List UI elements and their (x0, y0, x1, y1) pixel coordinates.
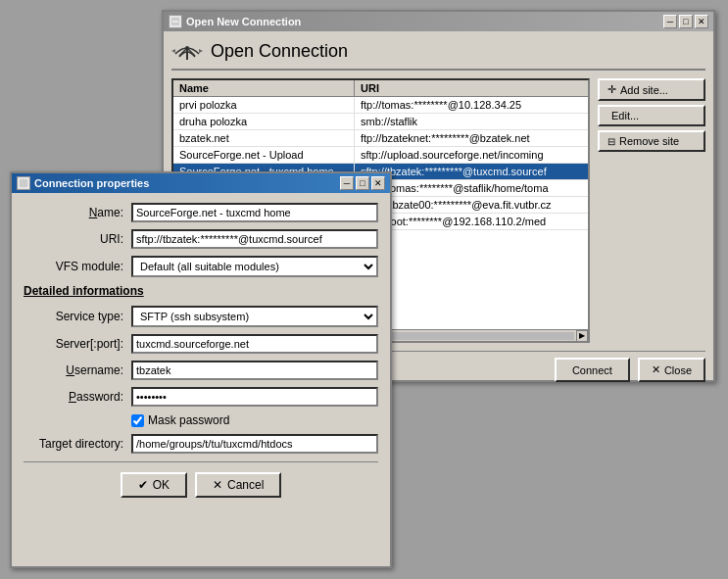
main-window-title: Open New Connection (186, 16, 301, 27)
dialog-window-icon (17, 176, 30, 190)
add-icon: ✛ (607, 83, 616, 96)
col-name: Name (173, 80, 355, 96)
connect-button[interactable]: Connect (555, 358, 630, 382)
dialog-maximize-button[interactable]: □ (356, 176, 369, 190)
dialog-minimize-button[interactable]: ─ (340, 176, 354, 190)
connection-icon (171, 39, 203, 63)
row-uri: ftp://bzateknet:*********@bzatek.net (355, 130, 588, 146)
mask-password-row: Mask password (24, 413, 378, 427)
dialog-title: Connection properties (34, 177, 149, 189)
row-name: druha polozka (173, 114, 355, 129)
password-input[interactable] (131, 387, 378, 407)
row-name: prvi polozka (173, 97, 355, 113)
dialog-titlebar[interactable]: Connection properties ─ □ ✕ (12, 173, 390, 193)
svg-marker-7 (199, 49, 203, 53)
row-name: SourceForge.net - Upload (173, 147, 355, 163)
table-row[interactable]: prvi polozka ftp://tomas:********@10.128… (173, 97, 588, 114)
detailed-section-header: Detailed informations (24, 284, 378, 298)
target-dir-label: Target directory: (24, 437, 131, 451)
main-window-header: Open Connection (171, 39, 705, 71)
uri-input[interactable] (131, 229, 378, 249)
target-dir-row: Target directory: (24, 434, 378, 454)
table-row[interactable]: bzatek.net ftp://bzateknet:*********@bza… (173, 130, 588, 147)
vfs-row: VFS module: Default (all suitable module… (24, 256, 378, 277)
server-label: Server[:port]: (24, 337, 131, 351)
uri-row: URI: (24, 229, 378, 249)
dialog-close-button[interactable]: ✕ (371, 176, 385, 190)
remove-icon: ⊟ (607, 136, 615, 147)
server-row: Server[:port]: (24, 334, 378, 354)
vfs-select[interactable]: Default (all suitable modules) (131, 256, 378, 277)
username-row: Username: (24, 361, 378, 380)
uri-label: URI: (24, 232, 131, 246)
main-minimize-button[interactable]: ─ (663, 15, 677, 28)
mask-password-label[interactable]: Mask password (148, 413, 229, 427)
password-label: Password: (24, 390, 131, 404)
target-dir-input[interactable] (131, 434, 378, 454)
vfs-label: VFS module: (24, 260, 131, 273)
cancel-button[interactable]: ✕ Cancel (195, 472, 281, 498)
service-type-row: Service type: SFTP (ssh subsystem) (24, 306, 378, 327)
main-window-icon (169, 15, 182, 28)
add-site-button[interactable]: ✛ Add site... (598, 78, 705, 101)
ok-button[interactable]: ✔ OK (121, 472, 187, 498)
edit-button[interactable]: Edit... (598, 105, 705, 126)
table-header: Name URI (173, 80, 588, 97)
row-name: bzatek.net (173, 130, 355, 146)
close-button[interactable]: ✕ Close (638, 358, 705, 382)
ok-icon: ✔ (138, 478, 148, 492)
remove-site-button[interactable]: ⊟ Remove site (598, 130, 705, 152)
mask-password-checkbox[interactable] (131, 414, 144, 427)
row-uri: ftp://tomas:********@10.128.34.25 (355, 97, 588, 113)
main-header-title: Open Connection (211, 41, 348, 62)
username-input[interactable] (131, 361, 378, 380)
table-row[interactable]: SourceForge.net - Upload sftp://upload.s… (173, 147, 588, 164)
svg-rect-8 (19, 178, 28, 188)
server-input[interactable] (131, 334, 378, 354)
row-uri: sftp://upload.sourceforge.net/incoming (355, 147, 588, 163)
name-label: Name: (24, 206, 131, 219)
main-maximize-button[interactable]: □ (679, 15, 693, 28)
cancel-icon: ✕ (213, 478, 222, 492)
table-row[interactable]: druha polozka smb://staflik (173, 114, 588, 130)
main-window-titlebar[interactable]: Open New Connection ─ □ ✕ (164, 12, 713, 31)
password-row: Password: (24, 387, 378, 407)
svg-point-5 (185, 46, 189, 50)
side-buttons-panel: ✛ Add site... Edit... ⊟ Remove site (598, 78, 705, 343)
svg-marker-6 (171, 49, 175, 53)
scroll-right-button[interactable]: ▶ (576, 330, 588, 342)
row-uri: smb://staflik (355, 114, 588, 129)
name-row: Name: (24, 203, 378, 222)
col-uri: URI (355, 80, 588, 96)
dialog-buttons: ✔ OK ✕ Cancel (24, 461, 378, 498)
name-input[interactable] (131, 203, 378, 222)
username-label: Username: (24, 363, 131, 377)
dialog-window: Connection properties ─ □ ✕ Name: URI: V… (10, 171, 392, 568)
service-type-label: Service type: (24, 310, 131, 323)
main-close-button[interactable]: ✕ (695, 15, 708, 28)
service-type-select[interactable]: SFTP (ssh subsystem) (131, 306, 378, 327)
close-icon: ✕ (652, 363, 660, 376)
